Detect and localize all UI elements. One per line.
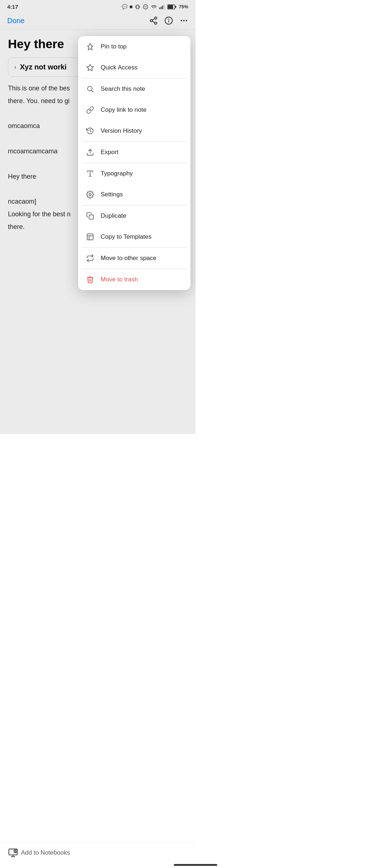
menu-item-quick-access[interactable]: Quick Access bbox=[78, 57, 190, 78]
history-icon bbox=[85, 126, 95, 136]
menu-item-typography[interactable]: Typography bbox=[78, 163, 190, 184]
copy-link-label: Copy link to note bbox=[101, 106, 183, 114]
typography-label: Typography bbox=[101, 170, 183, 177]
svg-marker-21 bbox=[87, 64, 93, 71]
pin-to-top-label: Pin to top bbox=[101, 43, 183, 50]
duplicate-icon bbox=[85, 211, 95, 221]
menu-item-copy-link[interactable]: Copy link to note bbox=[78, 99, 190, 120]
settings-icon bbox=[85, 190, 95, 199]
svg-rect-29 bbox=[87, 234, 93, 240]
pin-icon bbox=[85, 42, 95, 51]
menu-item-pin-to-top[interactable]: Pin to top bbox=[78, 36, 190, 57]
move-icon bbox=[85, 254, 95, 263]
quick-access-label: Quick Access bbox=[101, 64, 183, 71]
move-to-other-space-label: Move to other space bbox=[101, 255, 183, 262]
search-icon bbox=[85, 84, 95, 94]
link-icon bbox=[85, 105, 95, 115]
menu-item-move-to-trash[interactable]: Move to trash bbox=[78, 269, 190, 290]
svg-point-22 bbox=[88, 86, 92, 91]
svg-line-23 bbox=[92, 90, 93, 92]
copy-to-templates-label: Copy to Templates bbox=[101, 233, 183, 241]
svg-point-27 bbox=[89, 193, 91, 196]
settings-label: Settings bbox=[101, 191, 183, 198]
svg-rect-28 bbox=[89, 215, 93, 219]
menu-item-export[interactable]: Export bbox=[78, 142, 190, 163]
context-menu: Pin to top Quick Access Search this note bbox=[78, 36, 190, 290]
menu-item-settings[interactable]: Settings bbox=[78, 184, 190, 205]
menu-item-copy-to-templates[interactable]: Copy to Templates bbox=[78, 226, 190, 247]
export-label: Export bbox=[101, 149, 183, 156]
menu-item-search-note[interactable]: Search this note bbox=[78, 78, 190, 99]
search-note-label: Search this note bbox=[101, 85, 183, 93]
version-history-label: Version History bbox=[101, 127, 183, 135]
star-icon bbox=[85, 63, 95, 72]
typography-icon bbox=[85, 169, 95, 178]
templates-icon bbox=[85, 232, 95, 242]
menu-item-version-history[interactable]: Version History bbox=[78, 120, 190, 141]
menu-item-move-to-other-space[interactable]: Move to other space bbox=[78, 248, 190, 269]
menu-item-duplicate[interactable]: Duplicate bbox=[78, 205, 190, 226]
duplicate-label: Duplicate bbox=[101, 212, 183, 220]
trash-icon bbox=[85, 275, 95, 284]
export-icon bbox=[85, 148, 95, 157]
move-to-trash-label: Move to trash bbox=[101, 276, 183, 283]
